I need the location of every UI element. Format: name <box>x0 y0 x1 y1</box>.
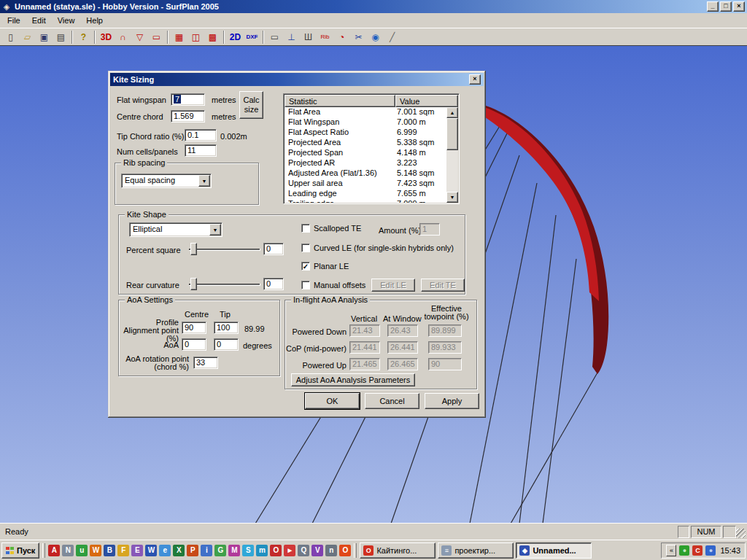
stats-row[interactable]: Projected AR3.223 <box>285 158 446 168</box>
taskbar-grip[interactable] <box>42 543 45 558</box>
clock[interactable]: 15:43 <box>719 546 740 555</box>
arc-tool-icon[interactable]: ∩ <box>115 30 131 44</box>
curved-le-checkbox[interactable]: Curved LE (for single-skin hybrids only) <box>301 244 454 252</box>
title-bar[interactable]: ◈ Unnamed (statya.sle) - Hobby Version -… <box>0 0 747 13</box>
grid-view-icon[interactable]: ▦ <box>171 30 187 44</box>
dialog-close-button[interactable]: × <box>469 74 481 85</box>
stats-row[interactable]: Projected Area5.338 sqm <box>285 138 446 148</box>
ql-acrobat-icon[interactable]: A <box>48 545 60 556</box>
ql-orange-o-icon[interactable]: O <box>339 545 351 556</box>
chevron-down-icon[interactable]: ▼ <box>209 224 221 236</box>
statistics-table[interactable]: Statistic Value Flat Area7.001 sqmFlat W… <box>283 93 460 204</box>
tray-icon-blue[interactable]: ● <box>705 545 716 556</box>
tray-expand-button[interactable]: « <box>666 545 676 556</box>
statistic-column-header[interactable]: Statistic <box>285 95 395 107</box>
help-icon[interactable]: ? <box>76 30 91 44</box>
task-button[interactable]: ≡проектир... <box>438 542 514 559</box>
start-button[interactable]: Пуск <box>1 542 39 559</box>
ok-button[interactable]: OK <box>305 393 360 409</box>
sphere-icon[interactable]: ◉ <box>368 30 383 44</box>
stats-row[interactable]: Flat Aspect Ratio6.999 <box>285 128 446 138</box>
centre-chord-input[interactable]: 1.569 <box>171 110 205 122</box>
scroll-down-icon[interactable]: ▼ <box>446 192 458 203</box>
panel-fill-icon[interactable]: ▩ <box>205 30 220 44</box>
tip-chord-ratio-input[interactable]: 0.1 <box>185 129 217 141</box>
menu-file[interactable]: File <box>1 14 26 27</box>
task-button[interactable]: ◈Unnamed... <box>516 542 592 559</box>
ql-excel-icon[interactable]: X <box>173 545 185 556</box>
minimize-button[interactable]: _ <box>707 1 719 12</box>
value-column-header[interactable]: Value <box>395 95 458 107</box>
stats-row[interactable]: Flat Wingspan7.000 m <box>285 117 446 128</box>
dxf-export-icon[interactable]: DXF <box>244 30 260 44</box>
tray-icon-green[interactable]: ● <box>679 545 689 556</box>
checkbox-box[interactable] <box>301 224 310 233</box>
ql-opera-icon[interactable]: O <box>270 545 282 556</box>
stats-row[interactable]: Upper sail area7.423 sqm <box>285 179 446 189</box>
aoa-tip-input[interactable]: 0 <box>214 338 239 351</box>
apply-button[interactable]: Apply <box>425 393 479 409</box>
ql-word-icon[interactable]: W <box>145 545 157 556</box>
menu-bar[interactable]: FileEditViewHelp <box>0 13 747 28</box>
new-file-icon[interactable]: ▯ <box>3 30 18 44</box>
aoa-centre-input[interactable]: 0 <box>182 338 206 351</box>
ql-ie-icon[interactable]: e <box>159 545 171 556</box>
ruler-icon[interactable]: ▭ <box>267 30 282 44</box>
checkbox-box[interactable] <box>301 244 310 252</box>
checkbox-checked-box[interactable]: ✓ <box>301 262 310 271</box>
resize-grip[interactable] <box>736 529 746 538</box>
planar-le-checkbox[interactable]: ✓Planar LE <box>301 262 349 271</box>
chevron-down-icon[interactable]: ▼ <box>198 175 210 187</box>
open-file-icon[interactable]: ▱ <box>20 30 35 44</box>
ql-msn-icon[interactable]: m <box>256 545 268 556</box>
manual-offsets-checkbox[interactable]: Manual offsets <box>301 281 365 289</box>
rib-spacing-select[interactable]: Equal spacing ▼ <box>121 174 212 188</box>
ql-paint-icon[interactable]: P <box>187 545 198 556</box>
ql-info-icon[interactable]: i <box>201 545 212 556</box>
kite-outline-icon[interactable]: ▽ <box>132 30 147 44</box>
view-2d-icon[interactable]: 2D <box>228 30 243 44</box>
rear-curvature-input[interactable]: 0 <box>263 278 284 290</box>
ql-editor-icon[interactable]: E <box>131 545 143 556</box>
ql-green-app-icon[interactable]: G <box>214 545 226 556</box>
taskbar-grip[interactable] <box>354 543 357 558</box>
menu-edit[interactable]: Edit <box>26 14 52 27</box>
ql-utorrent-icon[interactable]: u <box>76 545 88 556</box>
scalloped-te-checkbox[interactable]: Scalloped TE <box>301 224 361 233</box>
profile-centre-input[interactable]: 90 <box>182 322 206 334</box>
percent-square-slider[interactable] <box>189 243 260 256</box>
print-icon[interactable]: ▤ <box>53 30 69 44</box>
num-cells-input[interactable]: 11 <box>185 144 217 157</box>
profile-tip-input[interactable]: 100 <box>214 322 239 334</box>
kite-shape-select[interactable]: Elliptical ▼ <box>129 222 222 237</box>
view-3d-icon[interactable]: 3D <box>98 30 114 44</box>
ql-book-icon[interactable]: B <box>104 545 115 556</box>
close-button[interactable]: × <box>733 1 745 12</box>
stats-row[interactable]: Adjusted Area (Flat/1.36)5.148 sqm <box>285 168 446 179</box>
stats-row[interactable]: Trailing edge7.009 m <box>285 199 446 203</box>
cancel-button[interactable]: Cancel <box>365 393 419 409</box>
tray-icon-red[interactable]: C <box>692 545 703 556</box>
dialog-title-bar[interactable]: Kite Sizing × <box>110 73 484 86</box>
menu-view[interactable]: View <box>52 14 81 27</box>
calc-size-button[interactable]: Calc size <box>239 91 263 119</box>
percent-square-input[interactable]: 0 <box>263 243 284 255</box>
ql-folder-icon[interactable]: F <box>117 545 129 556</box>
maximize-button[interactable]: □ <box>720 1 732 12</box>
stats-row[interactable]: Flat Area7.001 sqm <box>285 107 446 117</box>
rear-curvature-slider[interactable] <box>189 278 260 291</box>
stats-scrollbar[interactable]: ▲ ▼ <box>446 107 458 203</box>
bridle-lines-icon[interactable]: Ш <box>301 30 316 44</box>
task-button[interactable]: OКайтинго... <box>360 542 436 559</box>
statistics-header[interactable]: Statistic Value <box>285 95 458 107</box>
plumb-icon[interactable]: ⊥ <box>284 30 299 44</box>
aoa-rotation-input[interactable]: 33 <box>193 357 218 369</box>
ql-notepad-icon[interactable]: N <box>62 545 74 556</box>
checkbox-box[interactable] <box>301 281 310 289</box>
ql-mail-icon[interactable]: M <box>228 545 240 556</box>
gauge-icon[interactable]: ◔ <box>334 30 349 44</box>
ql-violet-app-icon[interactable]: V <box>311 545 323 556</box>
flat-wingspan-input[interactable]: 7 <box>171 93 205 106</box>
ql-skype-icon[interactable]: S <box>242 545 254 556</box>
stats-row[interactable]: Leading edge7.655 m <box>285 189 446 199</box>
